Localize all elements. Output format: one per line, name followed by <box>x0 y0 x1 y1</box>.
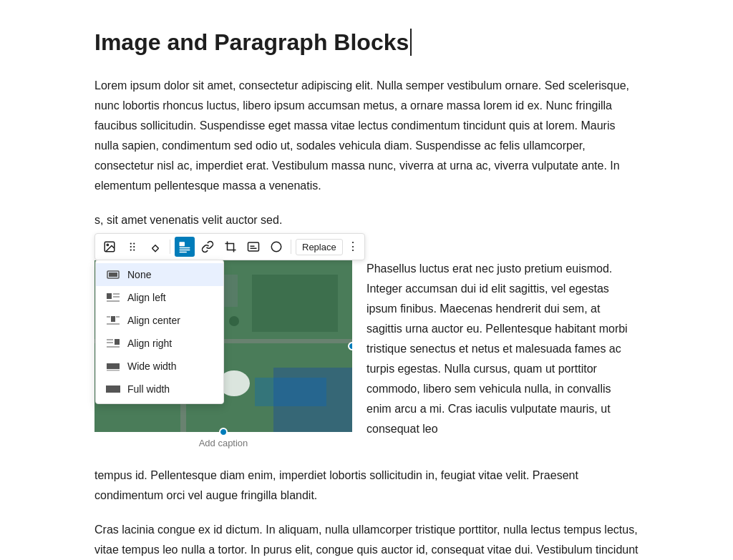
dropdown-item-align-left-label: Align left <box>127 292 166 303</box>
svg-point-3 <box>133 243 135 245</box>
paragraph-continuation: s, sit amet venenatis velit auctor sed. <box>94 214 282 226</box>
svg-rect-23 <box>107 339 113 340</box>
svg-point-5 <box>133 246 135 247</box>
dropdown-item-full-width-label: Full width <box>127 383 170 395</box>
svg-rect-8 <box>180 242 185 247</box>
dropdown-item-none[interactable]: None <box>96 263 223 286</box>
svg-point-6 <box>130 250 132 251</box>
move-up-down-btn[interactable] <box>145 237 165 257</box>
svg-rect-20 <box>116 316 120 318</box>
svg-rect-22 <box>115 339 120 345</box>
svg-point-4 <box>130 246 132 247</box>
svg-point-7 <box>133 250 135 251</box>
svg-point-49 <box>229 316 239 326</box>
align-btn[interactable] <box>175 237 195 257</box>
svg-rect-17 <box>107 300 120 302</box>
svg-rect-26 <box>107 363 120 369</box>
shape-btn[interactable] <box>266 237 286 257</box>
svg-rect-13 <box>109 272 117 277</box>
image-caption[interactable]: Add caption <box>94 436 352 451</box>
svg-rect-43 <box>273 368 352 432</box>
dropdown-item-align-center-label: Align center <box>127 315 180 326</box>
svg-rect-16 <box>113 296 120 298</box>
replace-btn[interactable]: Replace <box>296 239 343 255</box>
dropdown-item-wide-width-label: Wide width <box>127 360 176 372</box>
image-icon-btn[interactable] <box>99 237 120 257</box>
inline-paragraph[interactable]: Phasellus luctus erat nec justo pretium … <box>366 233 639 439</box>
drag-handle-btn[interactable] <box>122 237 142 257</box>
image-toolbar: None Align left <box>94 233 365 260</box>
svg-point-2 <box>130 243 132 245</box>
more-options-btn[interactable]: ⋮ <box>346 241 360 252</box>
svg-rect-18 <box>111 316 115 322</box>
none-align-icon <box>106 270 120 280</box>
dropdown-item-none-label: None <box>127 269 151 280</box>
bottom-paragraph[interactable]: Cras lacinia congue ex id dictum. In ali… <box>94 520 639 560</box>
svg-rect-25 <box>107 346 120 348</box>
after-image-paragraph[interactable]: tempus id. Pellentesque diam enim, imper… <box>94 466 639 506</box>
full-width-icon <box>106 384 120 394</box>
image-block-wrapper: None Align left <box>94 233 352 451</box>
resize-handle-right[interactable] <box>348 342 352 350</box>
svg-rect-10 <box>180 250 190 251</box>
svg-rect-29 <box>228 244 234 250</box>
svg-rect-21 <box>107 323 120 325</box>
svg-rect-15 <box>113 293 120 295</box>
dropdown-item-wide-width[interactable]: Wide width <box>96 355 223 378</box>
image-paragraph-row: None Align left <box>94 233 639 451</box>
svg-point-33 <box>271 242 281 252</box>
svg-rect-28 <box>106 385 120 393</box>
svg-rect-9 <box>180 247 190 249</box>
align-left-icon <box>106 293 120 303</box>
dropdown-item-align-right-label: Align right <box>127 338 172 349</box>
svg-rect-27 <box>107 370 120 371</box>
toolbar-divider-2 <box>291 240 291 254</box>
inline-paragraph-text: Phasellus luctus erat nec justo pretium … <box>366 262 628 435</box>
align-center-icon <box>106 315 120 325</box>
svg-rect-19 <box>107 316 110 318</box>
wide-width-icon <box>106 361 120 371</box>
svg-point-1 <box>107 245 108 246</box>
dropdown-item-align-right[interactable]: Align right <box>96 332 223 355</box>
link-btn[interactable] <box>198 237 218 257</box>
dropdown-item-full-width[interactable]: Full width <box>96 378 223 401</box>
page-title[interactable]: Image and Paragraph Blocks <box>94 29 412 56</box>
align-dropdown-menu: None Align left <box>95 260 224 404</box>
dropdown-item-align-left[interactable]: Align left <box>96 286 223 309</box>
caption-btn[interactable] <box>243 237 263 257</box>
resize-handle-bottom[interactable] <box>219 428 228 436</box>
crop-btn[interactable] <box>220 237 241 257</box>
svg-rect-14 <box>107 293 112 299</box>
editor-container: Image and Paragraph Blocks Lorem ipsum d… <box>73 0 660 560</box>
svg-rect-24 <box>107 342 113 343</box>
paragraph-block-1[interactable]: Lorem ipsum dolor sit amet, consectetur … <box>94 76 639 196</box>
svg-rect-11 <box>180 252 188 253</box>
toolbar-divider-1 <box>170 240 170 254</box>
svg-rect-39 <box>252 275 338 332</box>
align-right-icon <box>106 338 120 348</box>
dropdown-item-align-center[interactable]: Align center <box>96 309 223 332</box>
